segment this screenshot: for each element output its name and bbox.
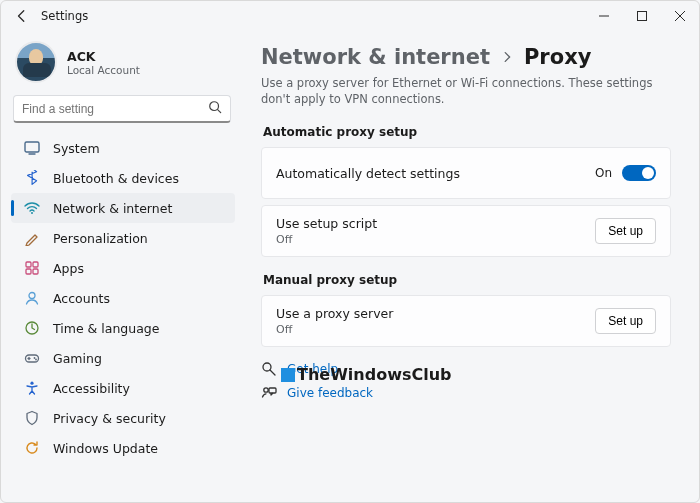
proxy-server-setup-button[interactable]: Set up	[595, 308, 656, 334]
close-icon	[675, 11, 685, 21]
feedback-icon	[261, 385, 277, 401]
breadcrumb-parent[interactable]: Network & internet	[261, 45, 490, 69]
back-button[interactable]	[7, 1, 37, 31]
paintbrush-icon	[23, 229, 41, 247]
search-box[interactable]	[13, 95, 231, 123]
toggle-state-text: On	[595, 166, 612, 180]
sidebar-item-label: Gaming	[53, 351, 102, 366]
wifi-icon	[23, 199, 41, 217]
title-bar: Settings	[1, 1, 699, 31]
profile-block[interactable]: ACK Local Account	[11, 35, 235, 93]
accessibility-icon	[23, 379, 41, 397]
sidebar-item-apps[interactable]: Apps	[11, 253, 235, 283]
sidebar-item-label: Privacy & security	[53, 411, 166, 426]
content-area: Network & internet Proxy Use a proxy ser…	[241, 31, 699, 502]
svg-rect-16	[269, 388, 276, 393]
give-feedback-link-row: Give feedback	[261, 385, 671, 401]
sidebar-item-label: Network & internet	[53, 201, 172, 216]
maximize-icon	[637, 11, 647, 21]
page-title: Proxy	[524, 45, 591, 69]
sidebar-item-label: Accounts	[53, 291, 110, 306]
search-input[interactable]	[22, 102, 208, 116]
sidebar-item-update[interactable]: Windows Update	[11, 433, 235, 463]
row-title-setup-script: Use setup script	[276, 216, 595, 231]
svg-point-13	[30, 382, 33, 385]
sidebar-item-system[interactable]: System	[11, 133, 235, 163]
profile-name: ACK	[67, 49, 140, 64]
sidebar-item-gaming[interactable]: Gaming	[11, 343, 235, 373]
get-help-link[interactable]: Get help	[287, 362, 338, 376]
breadcrumb: Network & internet Proxy	[261, 45, 671, 69]
sidebar-item-accounts[interactable]: Accounts	[11, 283, 235, 313]
minimize-icon	[599, 11, 609, 21]
row-sub-setup-script: Off	[276, 233, 595, 246]
svg-point-8	[29, 293, 35, 299]
auto-detect-toggle[interactable]	[622, 165, 656, 181]
sidebar-item-personalization[interactable]: Personalization	[11, 223, 235, 253]
bluetooth-icon	[23, 169, 41, 187]
get-help-link-row: Get help	[261, 361, 671, 377]
profile-subtitle: Local Account	[67, 64, 140, 76]
svg-point-15	[264, 388, 268, 392]
svg-point-11	[34, 357, 36, 359]
window-controls	[585, 1, 699, 31]
sidebar-item-label: System	[53, 141, 100, 156]
apps-icon	[23, 259, 41, 277]
sidebar-item-bluetooth[interactable]: Bluetooth & devices	[11, 163, 235, 193]
sidebar-item-label: Apps	[53, 261, 84, 276]
sidebar-nav: System Bluetooth & devices Network & int…	[11, 129, 235, 496]
card-setup-script: Use setup script Off Set up	[261, 205, 671, 257]
search-icon	[208, 100, 222, 117]
maximize-button[interactable]	[623, 1, 661, 31]
app-title: Settings	[41, 9, 88, 23]
svg-rect-5	[33, 262, 38, 267]
minimize-button[interactable]	[585, 1, 623, 31]
page-description: Use a proxy server for Ethernet or Wi-Fi…	[261, 75, 671, 107]
card-proxy-server: Use a proxy server Off Set up	[261, 295, 671, 347]
section-label-manual: Manual proxy setup	[263, 273, 671, 287]
svg-point-12	[35, 359, 37, 361]
avatar	[15, 41, 57, 83]
help-icon	[261, 361, 277, 377]
sidebar: ACK Local Account System Bluetooth & dev…	[1, 31, 241, 502]
arrow-left-icon	[15, 9, 29, 23]
chevron-right-icon	[500, 50, 514, 64]
give-feedback-link[interactable]: Give feedback	[287, 386, 373, 400]
setup-script-button[interactable]: Set up	[595, 218, 656, 244]
sidebar-item-privacy[interactable]: Privacy & security	[11, 403, 235, 433]
sidebar-item-label: Windows Update	[53, 441, 158, 456]
row-title-auto-detect: Automatically detect settings	[276, 166, 595, 181]
svg-rect-2	[25, 142, 39, 152]
sidebar-item-network[interactable]: Network & internet	[11, 193, 235, 223]
clock-icon	[23, 319, 41, 337]
system-icon	[23, 139, 41, 157]
sidebar-item-time[interactable]: Time & language	[11, 313, 235, 343]
sidebar-item-label: Personalization	[53, 231, 148, 246]
svg-rect-7	[33, 269, 38, 274]
svg-point-3	[31, 212, 33, 214]
sidebar-item-label: Accessibility	[53, 381, 130, 396]
svg-point-1	[210, 102, 219, 111]
svg-rect-0	[638, 12, 647, 21]
shield-icon	[23, 409, 41, 427]
gaming-icon	[23, 349, 41, 367]
accounts-icon	[23, 289, 41, 307]
row-sub-proxy-server: Off	[276, 323, 595, 336]
sidebar-item-accessibility[interactable]: Accessibility	[11, 373, 235, 403]
close-button[interactable]	[661, 1, 699, 31]
card-auto-detect: Automatically detect settings On	[261, 147, 671, 199]
svg-rect-4	[26, 262, 31, 267]
sidebar-item-label: Bluetooth & devices	[53, 171, 179, 186]
section-label-auto: Automatic proxy setup	[263, 125, 671, 139]
svg-rect-6	[26, 269, 31, 274]
update-icon	[23, 439, 41, 457]
row-title-proxy-server: Use a proxy server	[276, 306, 595, 321]
sidebar-item-label: Time & language	[53, 321, 159, 336]
